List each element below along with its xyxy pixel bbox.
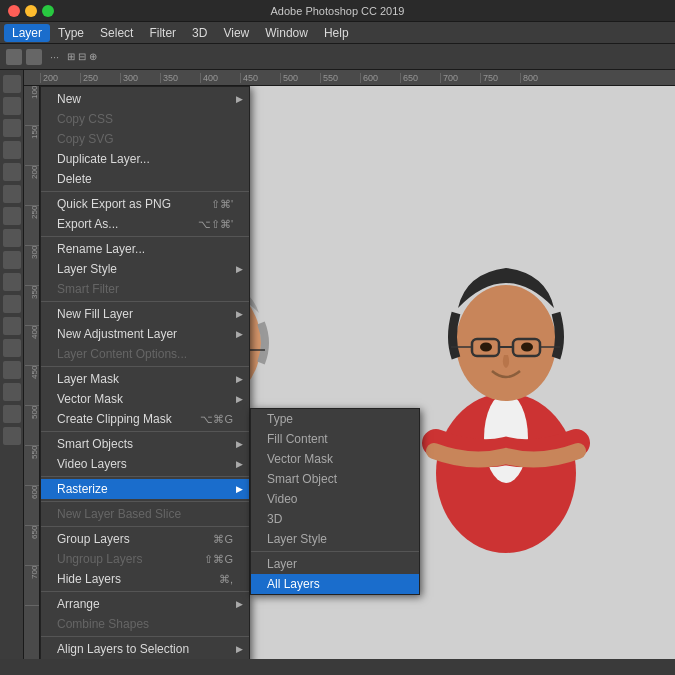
menu-item-help[interactable]: Help bbox=[316, 24, 357, 42]
canvas-inner: 200 250 300 350 400 450 500 550 600 650 … bbox=[24, 70, 675, 659]
tool-eyedrop[interactable] bbox=[3, 163, 21, 181]
tool-zoom[interactable] bbox=[3, 427, 21, 445]
tool-text[interactable] bbox=[3, 339, 21, 357]
ruler-corner bbox=[24, 70, 40, 86]
menu-item-type[interactable]: Type bbox=[50, 24, 92, 42]
tool-heal[interactable] bbox=[3, 185, 21, 203]
ruler-v-ticks: 100 150 200 250 300 350 400 450 500 550 … bbox=[25, 86, 39, 606]
toolbar-separator: ··· bbox=[50, 51, 59, 63]
tool-eraser[interactable] bbox=[3, 251, 21, 269]
tool-clone[interactable] bbox=[3, 229, 21, 247]
ruler-tick-v: 400 bbox=[25, 326, 39, 366]
character-area bbox=[40, 86, 675, 659]
ruler-tick-v: 650 bbox=[25, 526, 39, 566]
tool-move[interactable] bbox=[3, 75, 21, 93]
svg-point-18 bbox=[480, 342, 492, 351]
app-title: Adobe Photoshop CC 2019 bbox=[271, 5, 405, 17]
ruler-tick-v: 200 bbox=[25, 166, 39, 206]
tool-shape[interactable] bbox=[3, 383, 21, 401]
ruler-tick-v: 300 bbox=[25, 246, 39, 286]
ruler-tick: 350 bbox=[160, 73, 200, 83]
menu-bar: Layer Type Select Filter 3D View Window … bbox=[0, 22, 675, 44]
ruler-tick: 600 bbox=[360, 73, 400, 83]
svg-point-8 bbox=[181, 345, 195, 355]
menu-item-filter[interactable]: Filter bbox=[141, 24, 184, 42]
close-button[interactable] bbox=[8, 5, 20, 17]
toolbar: ··· ⊞ ⊟ ⊕ bbox=[0, 44, 675, 70]
toolbar-options: ⊞ ⊟ ⊕ bbox=[67, 51, 97, 62]
character-right bbox=[416, 183, 596, 563]
title-bar: Adobe Photoshop CC 2019 bbox=[0, 0, 675, 22]
character-left bbox=[119, 183, 299, 563]
ruler-tick: 500 bbox=[280, 73, 320, 83]
tool-dodge[interactable] bbox=[3, 295, 21, 313]
menu-item-select[interactable]: Select bbox=[92, 24, 141, 42]
ruler-tick: 800 bbox=[520, 73, 560, 83]
toolbar-icon-1[interactable] bbox=[6, 49, 22, 65]
ruler-tick-v: 350 bbox=[25, 286, 39, 326]
svg-point-9 bbox=[223, 345, 237, 355]
ruler-tick-v: 250 bbox=[25, 206, 39, 246]
tool-lasso[interactable] bbox=[3, 119, 21, 137]
ruler-tick-v: 700 bbox=[25, 566, 39, 606]
menu-item-3d[interactable]: 3D bbox=[184, 24, 215, 42]
traffic-lights bbox=[8, 5, 54, 17]
menu-item-window[interactable]: Window bbox=[257, 24, 316, 42]
svg-point-19 bbox=[521, 342, 533, 351]
tool-select[interactable] bbox=[3, 97, 21, 115]
tool-crop[interactable] bbox=[3, 141, 21, 159]
ruler-tick-v: 500 bbox=[25, 406, 39, 446]
tool-path[interactable] bbox=[3, 361, 21, 379]
ruler-tick-v: 450 bbox=[25, 366, 39, 406]
ruler-tick: 400 bbox=[200, 73, 240, 83]
ruler-tick-v: 150 bbox=[25, 126, 39, 166]
maximize-button[interactable] bbox=[42, 5, 54, 17]
menu-item-view[interactable]: View bbox=[215, 24, 257, 42]
ruler-tick-v: 100 bbox=[25, 86, 39, 126]
ruler-tick: 700 bbox=[440, 73, 480, 83]
toolbar-icon-2[interactable] bbox=[26, 49, 42, 65]
canvas-with-ruler: 100 150 200 250 300 350 400 450 500 550 … bbox=[24, 86, 675, 659]
tool-gradient[interactable] bbox=[3, 273, 21, 291]
ruler-vertical: 100 150 200 250 300 350 400 450 500 550 … bbox=[24, 86, 40, 659]
ruler-tick: 550 bbox=[320, 73, 360, 83]
ruler-tick: 750 bbox=[480, 73, 520, 83]
left-toolbar bbox=[0, 70, 24, 659]
menu-item-layer[interactable]: Layer bbox=[4, 24, 50, 42]
ruler-tick: 200 bbox=[40, 73, 80, 83]
tool-pen[interactable] bbox=[3, 317, 21, 335]
minimize-button[interactable] bbox=[25, 5, 37, 17]
ruler-tick: 650 bbox=[400, 73, 440, 83]
main-area: 200 250 300 350 400 450 500 550 600 650 … bbox=[0, 70, 675, 659]
tool-hand[interactable] bbox=[3, 405, 21, 423]
ruler-tick: 250 bbox=[80, 73, 120, 83]
ruler-tick-v: 550 bbox=[25, 446, 39, 486]
tool-brush[interactable] bbox=[3, 207, 21, 225]
ruler-horizontal: 200 250 300 350 400 450 500 550 600 650 … bbox=[24, 70, 675, 86]
ruler-h-ticks: 200 250 300 350 400 450 500 550 600 650 … bbox=[40, 73, 560, 83]
ruler-tick: 450 bbox=[240, 73, 280, 83]
ruler-tick: 300 bbox=[120, 73, 160, 83]
ruler-tick-v: 600 bbox=[25, 486, 39, 526]
canvas-area: New Copy CSS Copy SVG Duplicate Layer...… bbox=[40, 86, 675, 659]
